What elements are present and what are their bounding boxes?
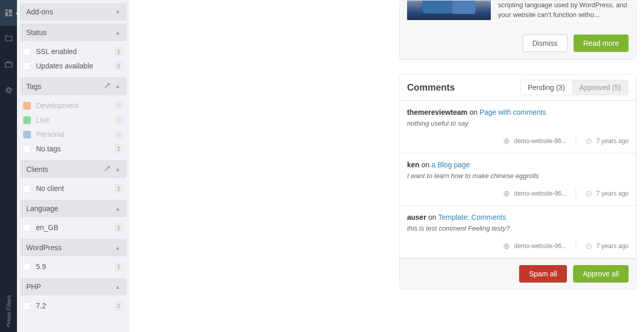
globe-icon xyxy=(503,243,510,250)
tag-color-swatch xyxy=(23,116,31,124)
filter-header-wordpress[interactable]: WordPress ▲ xyxy=(20,239,126,256)
tag-color-swatch xyxy=(23,102,31,110)
comment-on-text: on xyxy=(421,161,431,169)
spam-all-button[interactable]: Spam all xyxy=(519,265,566,283)
comment-body: I want to learn how to make chinese eggr… xyxy=(407,172,629,180)
nav-tools[interactable] xyxy=(0,51,17,77)
filter-label: Development xyxy=(36,101,114,110)
nav-sites[interactable] xyxy=(0,26,17,51)
filter-row[interactable]: Updates available 1 xyxy=(22,59,124,73)
filter-group-php: PHP ▲ 7.2 1 xyxy=(20,278,126,314)
comment-meta: demo-website-96... 7 years ago xyxy=(407,136,629,146)
checkbox[interactable] xyxy=(23,48,31,56)
dismiss-button[interactable]: Dismiss xyxy=(523,34,567,52)
chevron-up-icon: ▲ xyxy=(115,30,120,36)
sites-icon xyxy=(4,34,13,43)
filter-count: 0 xyxy=(114,115,123,125)
filter-count: 1 xyxy=(114,262,123,271)
globe-icon xyxy=(503,138,510,145)
filter-row[interactable]: Live 0 xyxy=(22,113,124,127)
filter-row[interactable]: 5.9 1 xyxy=(22,259,124,274)
filter-label: Personal xyxy=(36,130,114,138)
filter-row[interactable]: SSL enabled 1 xyxy=(22,44,124,59)
nav-dashboard[interactable] xyxy=(0,0,17,26)
filter-row[interactable]: No tags 1 xyxy=(22,142,124,156)
comment-post-link[interactable]: a Blog page xyxy=(431,161,470,169)
filter-sidebar: Add-ons ▼ Status ▲ SSL enabled 1 Updates… xyxy=(17,0,130,332)
filter-header-clients[interactable]: Clients ▲ xyxy=(20,160,126,178)
filter-label: Updates available xyxy=(36,62,114,70)
filter-label: 5.9 xyxy=(36,263,114,271)
comment-time: 7 years ago xyxy=(596,242,629,250)
checkbox[interactable] xyxy=(23,185,31,193)
meta-separator xyxy=(576,136,576,146)
checkbox[interactable] xyxy=(23,263,31,271)
gear-icon xyxy=(4,85,13,95)
filter-label: en_GB xyxy=(36,223,114,232)
read-more-button[interactable]: Read more xyxy=(574,34,629,52)
filter-label: Live xyxy=(36,116,114,124)
toolbox-icon xyxy=(4,60,13,69)
comment-meta: demo-website-96... 7 years ago xyxy=(407,241,629,251)
filter-title: Tags xyxy=(26,82,104,91)
comment-author: themereviewteam xyxy=(407,108,468,116)
filter-label: No tags xyxy=(36,145,114,153)
checkbox[interactable] xyxy=(23,302,31,310)
chevron-up-icon: ▲ xyxy=(115,245,120,251)
comment-site: demo-website-96... xyxy=(514,242,566,250)
tab-pending[interactable]: Pending (3) xyxy=(521,80,572,95)
comment-author: auser xyxy=(407,213,426,221)
filter-group-clients: Clients ▲ No client 1 xyxy=(20,160,126,197)
filter-title: Language xyxy=(26,204,115,213)
comment-heading: themereviewteam on Page with comments xyxy=(407,108,629,116)
tag-color-swatch xyxy=(23,131,31,138)
filter-row[interactable]: Personal 0 xyxy=(22,127,124,142)
comment-post-link[interactable]: Template: Comments xyxy=(438,213,506,221)
approve-all-button[interactable]: Approve all xyxy=(573,265,629,283)
comment-heading: auser on Template: Comments xyxy=(407,213,629,221)
comment-body: this is test comment Feeling testy? xyxy=(407,224,629,232)
filter-body-wordpress: 5.9 1 xyxy=(20,256,126,275)
clock-icon xyxy=(585,190,592,197)
filter-count: 1 xyxy=(114,184,123,193)
filter-count: 1 xyxy=(114,223,123,232)
hide-filters-label: Hide Filters xyxy=(6,284,12,324)
filter-group-status: Status ▲ SSL enabled 1 Updates available… xyxy=(20,24,126,74)
nav-vertical-bar: Hide Filters xyxy=(0,0,17,332)
filter-body-status: SSL enabled 1 Updates available 1 xyxy=(20,41,126,74)
filter-body-php: 7.2 1 xyxy=(20,295,126,314)
filter-header-addons[interactable]: Add-ons ▼ xyxy=(20,3,126,21)
comment-item: ken on a Blog page I want to learn how t… xyxy=(400,153,636,206)
checkbox[interactable] xyxy=(23,62,31,70)
filter-header-language[interactable]: Language ▲ xyxy=(20,200,126,217)
wrench-icon[interactable] xyxy=(104,165,111,173)
filter-header-php[interactable]: PHP ▲ xyxy=(20,278,126,295)
comment-site: demo-website-96... xyxy=(514,190,566,197)
notice-image xyxy=(407,1,491,20)
comments-footer: Spam all Approve all xyxy=(400,258,636,289)
filter-count: 1 xyxy=(114,61,123,71)
hide-filters-toggle[interactable]: Hide Filters xyxy=(0,275,17,332)
comment-on-text: on xyxy=(469,108,479,116)
filter-row[interactable]: en_GB 1 xyxy=(22,220,124,235)
filter-count: 1 xyxy=(114,47,123,56)
notice-text: scripting language used by WordPress, an… xyxy=(498,1,629,20)
filter-header-tags[interactable]: Tags ▲ xyxy=(20,77,126,95)
chevron-up-icon: ▲ xyxy=(115,83,120,89)
comment-author: ken xyxy=(407,161,419,169)
nav-settings[interactable] xyxy=(0,77,17,103)
filter-title: Add-ons xyxy=(26,8,115,16)
chevron-left-icon xyxy=(5,322,12,329)
filter-count: 1 xyxy=(114,301,123,310)
comment-post-link[interactable]: Page with comments xyxy=(480,108,546,116)
wrench-icon[interactable] xyxy=(104,82,111,91)
comment-item: themereviewteam on Page with comments no… xyxy=(400,101,636,153)
tab-approved[interactable]: Approved (5) xyxy=(572,80,628,95)
filter-header-status[interactable]: Status ▲ xyxy=(20,24,126,41)
comments-header: Comments Pending (3) Approved (5) xyxy=(400,75,636,101)
filter-row[interactable]: 7.2 1 xyxy=(22,299,124,313)
comment-time: 7 years ago xyxy=(596,137,629,145)
filter-row[interactable]: No client 1 xyxy=(22,181,124,196)
filter-row[interactable]: Development 0 xyxy=(22,98,124,113)
checkbox[interactable] xyxy=(23,224,31,232)
